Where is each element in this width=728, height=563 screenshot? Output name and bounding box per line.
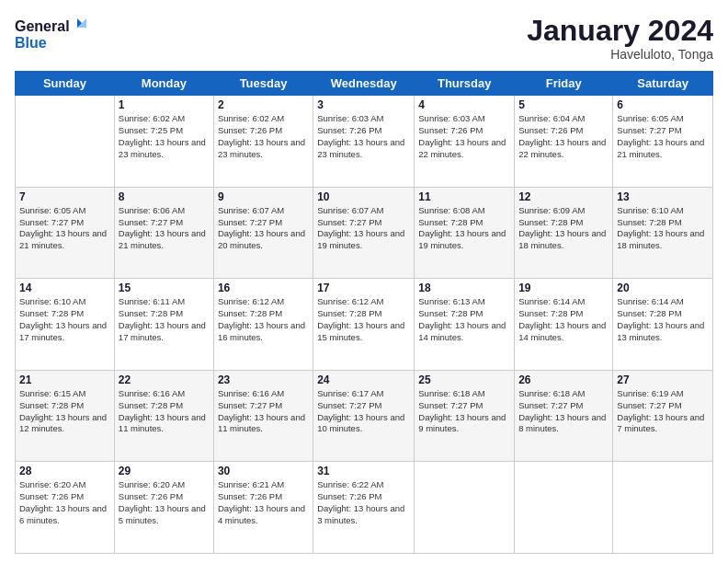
day-cell: 22Sunrise: 6:16 AMSunset: 7:28 PMDayligh… bbox=[114, 370, 213, 462]
day-cell bbox=[415, 462, 515, 554]
title-block: January 2024 Haveluloto, Tonga bbox=[527, 15, 713, 62]
day-number: 11 bbox=[418, 190, 510, 203]
day-cell: 23Sunrise: 6:16 AMSunset: 7:27 PMDayligh… bbox=[213, 370, 313, 462]
day-cell: 1Sunrise: 6:02 AMSunset: 7:25 PMDaylight… bbox=[114, 96, 213, 188]
day-info: Sunrise: 6:05 AMSunset: 7:27 PMDaylight:… bbox=[617, 113, 709, 160]
day-info: Sunrise: 6:07 AMSunset: 7:27 PMDaylight:… bbox=[218, 205, 309, 252]
day-info: Sunrise: 6:06 AMSunset: 7:27 PMDaylight:… bbox=[119, 205, 210, 252]
day-number: 3 bbox=[317, 98, 410, 111]
day-info: Sunrise: 6:21 AMSunset: 7:26 PMDaylight:… bbox=[218, 479, 309, 526]
day-number: 1 bbox=[119, 98, 210, 111]
weekday-header-wednesday: Wednesday bbox=[313, 72, 415, 96]
day-cell: 30Sunrise: 6:21 AMSunset: 7:26 PMDayligh… bbox=[213, 462, 313, 554]
day-cell: 19Sunrise: 6:14 AMSunset: 7:28 PMDayligh… bbox=[515, 279, 613, 371]
day-cell: 27Sunrise: 6:19 AMSunset: 7:27 PMDayligh… bbox=[613, 370, 713, 462]
day-cell: 9Sunrise: 6:07 AMSunset: 7:27 PMDaylight… bbox=[213, 187, 313, 279]
week-row-4: 21Sunrise: 6:15 AMSunset: 7:28 PMDayligh… bbox=[16, 370, 713, 462]
day-info: Sunrise: 6:10 AMSunset: 7:28 PMDaylight:… bbox=[617, 205, 709, 252]
day-number: 15 bbox=[119, 282, 210, 294]
day-number: 18 bbox=[418, 282, 510, 294]
day-number: 27 bbox=[617, 373, 709, 386]
day-info: Sunrise: 6:19 AMSunset: 7:27 PMDaylight:… bbox=[617, 388, 709, 435]
logo-icon: GeneralBlue bbox=[15, 15, 88, 55]
day-info: Sunrise: 6:18 AMSunset: 7:27 PMDaylight:… bbox=[418, 388, 510, 435]
day-number: 14 bbox=[19, 282, 110, 294]
day-cell: 14Sunrise: 6:10 AMSunset: 7:28 PMDayligh… bbox=[16, 279, 115, 371]
day-info: Sunrise: 6:11 AMSunset: 7:28 PMDaylight:… bbox=[119, 296, 210, 343]
day-cell: 12Sunrise: 6:09 AMSunset: 7:28 PMDayligh… bbox=[515, 187, 613, 279]
day-info: Sunrise: 6:05 AMSunset: 7:27 PMDaylight:… bbox=[19, 205, 110, 252]
weekday-header-sunday: Sunday bbox=[16, 72, 115, 96]
week-row-2: 7Sunrise: 6:05 AMSunset: 7:27 PMDaylight… bbox=[16, 187, 713, 279]
day-cell: 2Sunrise: 6:02 AMSunset: 7:26 PMDaylight… bbox=[213, 96, 313, 188]
day-cell: 4Sunrise: 6:03 AMSunset: 7:26 PMDaylight… bbox=[415, 96, 515, 188]
day-info: Sunrise: 6:09 AMSunset: 7:28 PMDaylight:… bbox=[518, 205, 609, 252]
day-info: Sunrise: 6:02 AMSunset: 7:26 PMDaylight:… bbox=[218, 113, 309, 160]
day-number: 21 bbox=[19, 373, 110, 386]
day-number: 31 bbox=[317, 465, 410, 477]
weekday-header-tuesday: Tuesday bbox=[213, 72, 313, 96]
weekday-header-friday: Friday bbox=[515, 72, 613, 96]
weekday-header-thursday: Thursday bbox=[415, 72, 515, 96]
day-cell: 24Sunrise: 6:17 AMSunset: 7:27 PMDayligh… bbox=[313, 370, 415, 462]
weekday-header-row: SundayMondayTuesdayWednesdayThursdayFrid… bbox=[16, 72, 713, 96]
day-info: Sunrise: 6:16 AMSunset: 7:28 PMDaylight:… bbox=[119, 388, 210, 435]
day-info: Sunrise: 6:03 AMSunset: 7:26 PMDaylight:… bbox=[317, 113, 410, 160]
day-info: Sunrise: 6:14 AMSunset: 7:28 PMDaylight:… bbox=[617, 296, 709, 343]
day-number: 9 bbox=[218, 190, 309, 203]
day-cell: 6Sunrise: 6:05 AMSunset: 7:27 PMDaylight… bbox=[613, 96, 713, 188]
day-number: 10 bbox=[317, 190, 410, 203]
day-info: Sunrise: 6:10 AMSunset: 7:28 PMDaylight:… bbox=[19, 296, 110, 343]
logo: GeneralBlue bbox=[15, 15, 88, 55]
day-info: Sunrise: 6:13 AMSunset: 7:28 PMDaylight:… bbox=[418, 296, 510, 343]
day-number: 30 bbox=[218, 465, 309, 477]
day-info: Sunrise: 6:03 AMSunset: 7:26 PMDaylight:… bbox=[418, 113, 510, 160]
day-cell bbox=[613, 462, 713, 554]
day-number: 24 bbox=[317, 373, 410, 386]
day-cell: 10Sunrise: 6:07 AMSunset: 7:27 PMDayligh… bbox=[313, 187, 415, 279]
day-number: 4 bbox=[418, 98, 510, 111]
day-number: 23 bbox=[218, 373, 309, 386]
page: GeneralBlue January 2024 Haveluloto, Ton… bbox=[0, 0, 728, 563]
calendar-table: SundayMondayTuesdayWednesdayThursdayFrid… bbox=[15, 71, 713, 554]
day-number: 28 bbox=[19, 465, 110, 477]
day-number: 16 bbox=[218, 282, 309, 294]
day-cell: 13Sunrise: 6:10 AMSunset: 7:28 PMDayligh… bbox=[613, 187, 713, 279]
day-cell bbox=[515, 462, 613, 554]
day-cell bbox=[16, 96, 115, 188]
day-info: Sunrise: 6:07 AMSunset: 7:27 PMDaylight:… bbox=[317, 205, 410, 252]
week-row-5: 28Sunrise: 6:20 AMSunset: 7:26 PMDayligh… bbox=[16, 462, 713, 554]
day-number: 8 bbox=[119, 190, 210, 203]
day-cell: 28Sunrise: 6:20 AMSunset: 7:26 PMDayligh… bbox=[16, 462, 115, 554]
day-info: Sunrise: 6:15 AMSunset: 7:28 PMDaylight:… bbox=[19, 388, 110, 435]
day-number: 19 bbox=[518, 282, 609, 294]
week-row-1: 1Sunrise: 6:02 AMSunset: 7:25 PMDaylight… bbox=[16, 96, 713, 188]
day-info: Sunrise: 6:17 AMSunset: 7:27 PMDaylight:… bbox=[317, 388, 410, 435]
day-cell: 25Sunrise: 6:18 AMSunset: 7:27 PMDayligh… bbox=[415, 370, 515, 462]
day-info: Sunrise: 6:02 AMSunset: 7:25 PMDaylight:… bbox=[119, 113, 210, 160]
week-row-3: 14Sunrise: 6:10 AMSunset: 7:28 PMDayligh… bbox=[16, 279, 713, 371]
day-number: 17 bbox=[317, 282, 410, 294]
day-info: Sunrise: 6:16 AMSunset: 7:27 PMDaylight:… bbox=[218, 388, 309, 435]
day-number: 12 bbox=[518, 190, 609, 203]
day-number: 7 bbox=[19, 190, 110, 203]
day-number: 2 bbox=[218, 98, 309, 111]
day-info: Sunrise: 6:20 AMSunset: 7:26 PMDaylight:… bbox=[19, 479, 110, 526]
day-number: 13 bbox=[617, 190, 709, 203]
day-cell: 11Sunrise: 6:08 AMSunset: 7:28 PMDayligh… bbox=[415, 187, 515, 279]
day-number: 20 bbox=[617, 282, 709, 294]
day-cell: 18Sunrise: 6:13 AMSunset: 7:28 PMDayligh… bbox=[415, 279, 515, 371]
day-cell: 8Sunrise: 6:06 AMSunset: 7:27 PMDaylight… bbox=[114, 187, 213, 279]
day-cell: 21Sunrise: 6:15 AMSunset: 7:28 PMDayligh… bbox=[16, 370, 115, 462]
header: GeneralBlue January 2024 Haveluloto, Ton… bbox=[15, 15, 713, 62]
day-number: 26 bbox=[518, 373, 609, 386]
day-cell: 16Sunrise: 6:12 AMSunset: 7:28 PMDayligh… bbox=[213, 279, 313, 371]
day-cell: 3Sunrise: 6:03 AMSunset: 7:26 PMDaylight… bbox=[313, 96, 415, 188]
svg-text:General: General bbox=[15, 18, 70, 34]
day-info: Sunrise: 6:14 AMSunset: 7:28 PMDaylight:… bbox=[518, 296, 609, 343]
location: Haveluloto, Tonga bbox=[527, 47, 713, 62]
weekday-header-saturday: Saturday bbox=[613, 72, 713, 96]
day-cell: 17Sunrise: 6:12 AMSunset: 7:28 PMDayligh… bbox=[313, 279, 415, 371]
weekday-header-monday: Monday bbox=[114, 72, 213, 96]
day-info: Sunrise: 6:12 AMSunset: 7:28 PMDaylight:… bbox=[218, 296, 309, 343]
